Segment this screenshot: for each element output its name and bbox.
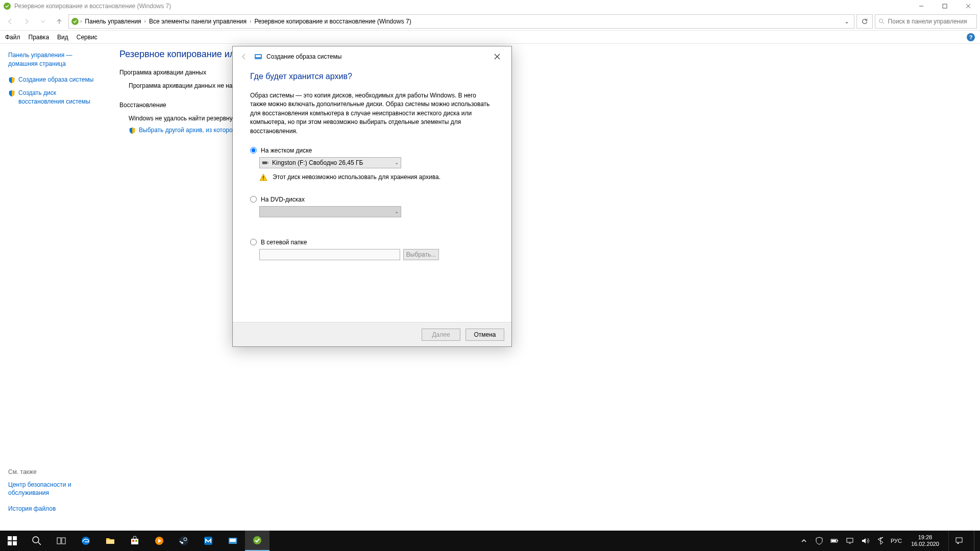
edge-taskbar-icon[interactable] [74,531,98,551]
tray-overflow-button[interactable] [799,531,809,551]
clock-time: 19:28 [911,534,939,541]
svg-point-23 [179,536,188,545]
svg-rect-15 [57,538,61,544]
svg-rect-6 [262,161,267,164]
option-label: В сетевой папке [261,239,307,246]
svg-rect-18 [106,540,114,544]
dialog-close-button[interactable] [487,49,507,64]
option-network[interactable]: В сетевой папке [250,239,494,246]
dvd-combo: ⌄ [259,206,401,217]
action-center-button[interactable] [948,531,969,551]
search-taskbar-button[interactable] [24,531,49,551]
tray-bluetooth-icon[interactable] [875,531,886,551]
show-desktop-button[interactable] [974,531,977,551]
dialog-description: Образ системы — это копия дисков, необхо… [250,91,494,136]
dialog-footer: Далее Отмена [233,322,511,346]
taskbar: РУС 19:28 16.02.2020 [0,531,980,551]
option-label: На жестком диске [261,147,312,154]
dialog-heading: Где будет хранится архив? [250,72,494,81]
svg-rect-8 [263,176,263,179]
radio-hard-disk[interactable] [250,147,257,154]
next-button: Далее [422,329,460,341]
network-path-input [259,249,400,260]
usb-drive-icon [262,159,269,166]
svg-rect-32 [831,540,836,542]
radio-dvd[interactable] [250,196,257,203]
steam-taskbar-icon[interactable] [172,531,196,551]
svg-rect-34 [956,538,962,542]
dialog-titlebar: Создание образа системы [233,46,511,67]
cancel-button[interactable]: Отмена [465,329,504,341]
hard-disk-combo[interactable]: Kingston (F:) Свободно 26,45 ГБ ⌄ [259,157,401,168]
svg-rect-13 [13,541,17,545]
svg-rect-5 [256,55,261,57]
store-taskbar-icon[interactable] [122,531,147,551]
svg-rect-31 [837,540,838,541]
tray-volume-icon[interactable] [860,531,870,551]
option-label: На DVD-дисках [261,196,305,203]
combo-value: Kingston (F:) Свободно 26,45 ГБ [272,159,363,166]
tray-language-indicator[interactable]: РУС [891,531,902,551]
warning-icon [259,173,267,182]
svg-rect-9 [263,179,263,180]
dialog-back-button[interactable] [238,51,250,63]
svg-rect-20 [132,540,134,542]
warning-text: Этот диск невозможно использовать для хр… [273,173,440,181]
svg-rect-10 [8,536,12,540]
clock-date: 16.02.2020 [911,541,939,547]
hard-disk-warning: Этот диск невозможно использовать для хр… [259,173,494,182]
svg-point-14 [33,537,39,543]
radio-network[interactable] [250,239,257,245]
svg-rect-11 [13,536,17,540]
dialog-body: Где будет хранится архив? Образ системы … [233,67,511,322]
browse-button: Выбрать... [403,249,439,260]
explorer-taskbar-icon[interactable] [98,531,122,551]
svg-rect-28 [230,539,236,542]
tray-network-icon[interactable] [845,531,855,551]
option-hard-disk[interactable]: На жестком диске [250,147,494,154]
svg-rect-33 [847,538,853,542]
tray-battery-icon[interactable] [829,531,840,551]
svg-rect-21 [135,540,137,542]
dialog-overlay: Создание образа системы Где будет хранит… [0,0,980,551]
tray-security-icon[interactable] [814,531,824,551]
backup-taskbar-icon[interactable] [245,531,270,551]
svg-rect-16 [62,538,65,544]
start-button[interactable] [0,531,24,551]
task-view-button[interactable] [49,531,74,551]
dialog-title: Создание образа системы [266,53,483,60]
chevron-down-icon: ⌄ [395,209,399,214]
svg-rect-12 [8,541,12,545]
svg-point-29 [253,536,261,544]
maxthon-taskbar-icon[interactable] [196,531,220,551]
create-system-image-dialog: Создание образа системы Где будет хранит… [232,46,512,347]
media-player-taskbar-icon[interactable] [147,531,172,551]
svg-rect-7 [267,162,269,164]
system-tray: РУС 19:28 16.02.2020 [799,531,980,551]
system-image-icon [254,53,262,61]
tray-clock[interactable]: 19:28 16.02.2020 [907,534,943,547]
option-dvd[interactable]: На DVD-дисках [250,196,494,203]
chevron-down-icon: ⌄ [395,160,399,165]
settings-taskbar-icon[interactable] [220,531,245,551]
